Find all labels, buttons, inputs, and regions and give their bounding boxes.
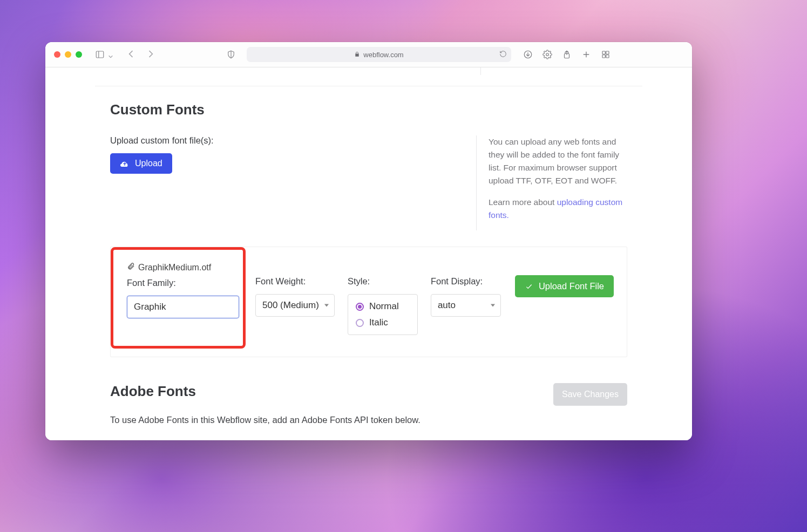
font-weight-value: 500 (Medium) — [262, 300, 319, 310]
custom-fonts-title: Custom Fonts — [110, 101, 627, 118]
svg-rect-11 — [606, 51, 609, 54]
url-text: webflow.com — [363, 51, 403, 59]
style-italic-label: Italic — [369, 317, 388, 328]
tab-overview-icon[interactable] — [601, 50, 611, 59]
reload-icon[interactable] — [499, 50, 507, 59]
font-weight-label: Font Weight: — [255, 276, 335, 287]
font-weight-select[interactable]: 500 (Medium) — [255, 294, 335, 317]
window-controls — [54, 51, 82, 58]
font-family-label: Font Family: — [127, 278, 242, 288]
style-italic-radio[interactable]: Italic — [356, 317, 408, 328]
browser-window: webflow.com — [45, 42, 692, 440]
custom-fonts-section: Custom Fonts Upload custom font file(s):… — [95, 86, 642, 368]
adobe-fonts-section: Adobe Fonts To use Adobe Fonts in this W… — [95, 368, 642, 436]
font-display-select[interactable]: auto — [431, 294, 501, 317]
page-content: load it. Refresh the designer if you alr… — [45, 67, 692, 440]
radio-unselected-icon — [356, 319, 364, 327]
adobe-fonts-title: Adobe Fonts — [110, 383, 542, 400]
save-changes-button[interactable]: Save Changes — [553, 383, 627, 406]
font-family-input[interactable] — [127, 296, 239, 318]
address-bar[interactable]: webflow.com — [247, 47, 511, 62]
close-window-button[interactable] — [54, 51, 60, 58]
sidebar-icon[interactable] — [95, 50, 105, 59]
fullscreen-window-button[interactable] — [76, 51, 82, 58]
cloud-upload-icon — [120, 160, 130, 167]
paperclip-icon — [127, 262, 135, 272]
minimize-window-button[interactable] — [65, 51, 71, 58]
help-learn-prefix: Learn more about — [489, 197, 557, 207]
svg-rect-0 — [96, 51, 104, 58]
custom-fonts-help: You can upload any web fonts and they wi… — [476, 135, 627, 230]
svg-rect-10 — [602, 51, 605, 54]
upload-button[interactable]: Upload — [110, 153, 172, 174]
font-display-value: auto — [438, 300, 456, 310]
downloads-icon[interactable] — [523, 50, 533, 59]
radio-selected-icon — [356, 303, 364, 311]
font-style-radio-group: Normal Italic — [348, 294, 418, 335]
forward-button[interactable] — [145, 49, 156, 61]
privacy-shield-icon[interactable] — [226, 50, 236, 59]
toolbar-right — [523, 50, 611, 59]
upload-label: Upload custom font file(s): — [110, 135, 455, 146]
check-icon — [525, 283, 533, 290]
nav-arrows — [126, 49, 156, 61]
svg-rect-12 — [602, 55, 605, 58]
lock-icon — [354, 51, 360, 58]
upload-font-file-label: Upload Font File — [539, 281, 604, 291]
new-tab-icon[interactable] — [581, 50, 591, 59]
chevron-down-icon[interactable] — [108, 52, 114, 58]
sidebar-toggle-group — [95, 50, 114, 59]
window-titlebar: webflow.com — [45, 42, 692, 67]
help-paragraph: You can upload any web fonts and they wi… — [489, 135, 627, 187]
font-upload-panel: GraphikMedium.otf Font Family: Font Weig… — [110, 247, 627, 357]
upload-font-file-button[interactable]: Upload Font File — [515, 275, 614, 297]
adobe-fonts-description: To use Adobe Fonts in this Webflow site,… — [110, 415, 542, 425]
svg-rect-13 — [606, 55, 609, 58]
style-normal-radio[interactable]: Normal — [356, 301, 408, 312]
upload-button-label: Upload — [135, 159, 162, 168]
uploaded-file-name: GraphikMedium.otf — [138, 263, 211, 272]
chevron-down-icon — [324, 304, 329, 307]
google-fonts-help-text: load it. Refresh the designer if you alr… — [480, 67, 642, 75]
uploaded-file-row: GraphikMedium.otf — [127, 262, 242, 272]
font-style-label: Style: — [348, 276, 418, 287]
chevron-down-icon — [491, 304, 495, 307]
gear-icon[interactable] — [542, 50, 552, 59]
share-icon[interactable] — [562, 50, 572, 59]
font-display-label: Font Display: — [431, 276, 501, 287]
help-learn-more: Learn more about uploading custom fonts. — [489, 196, 627, 222]
svg-point-5 — [546, 53, 549, 56]
save-changes-label: Save Changes — [562, 390, 619, 399]
style-normal-label: Normal — [369, 301, 399, 312]
back-button[interactable] — [126, 49, 137, 61]
